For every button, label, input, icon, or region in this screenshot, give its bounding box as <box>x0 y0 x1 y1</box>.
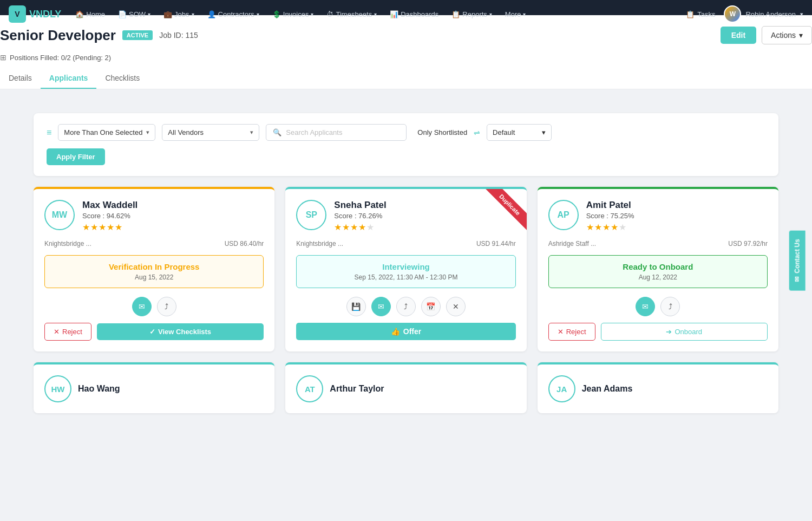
nav-timesheets[interactable]: ⏱ Timesheets ▾ <box>321 7 382 22</box>
nav-home[interactable]: 🏠 Home <box>70 7 110 22</box>
onboard-btn-ap[interactable]: ➔ Onboard <box>601 323 768 341</box>
name-ja: Jean Adams <box>582 384 633 394</box>
page-title: Senior Developer <box>0 27 116 44</box>
avatar-ap: AP <box>548 200 579 230</box>
bottom-card-ja: JA Jean Adams <box>538 362 778 413</box>
status-label-sp: Interviewing <box>305 262 506 271</box>
reports-chevron: ▾ <box>489 11 492 17</box>
filter-icon[interactable]: ≡ <box>47 128 51 138</box>
actions-button[interactable]: Actions ▾ <box>762 26 812 44</box>
candidate-vendor-mw: Knightsbridge ... <box>44 240 91 248</box>
candidate-card-mw: MW Max Waddell Score : 94.62% ★★★★★ Knig… <box>34 187 274 351</box>
job-id: Job ID: 115 <box>159 31 198 40</box>
share-btn-ap[interactable]: ⤴ <box>660 297 680 316</box>
status-date-ap: Aug 12, 2022 <box>558 273 758 281</box>
candidate-vendor-sp: Knightsbridge ... <box>296 240 343 248</box>
close-btn-sp[interactable]: ✕ <box>446 297 466 316</box>
avatar-mw: MW <box>44 200 75 230</box>
timesheets-chevron: ▾ <box>374 11 377 17</box>
nav-more[interactable]: More ▾ <box>500 7 532 22</box>
nav-reports[interactable]: 📋 Reports ▾ <box>446 7 497 22</box>
shortlist-filter[interactable]: Only Shortlisted <box>417 128 467 136</box>
bottom-card-at: AT Arthur Taylor <box>285 362 526 413</box>
candidate-rate-sp: USD 91.44/hr <box>476 240 516 248</box>
positions-text: Positions Filled: 0/2 (Pending: 2) <box>10 54 111 62</box>
candidate-rate-ap: USD 97.92/hr <box>728 240 768 248</box>
sort-icon: ⇌ <box>474 128 480 137</box>
calendar-btn-sp[interactable]: 📅 <box>421 297 441 316</box>
reject-btn-ap[interactable]: ✕ Reject <box>548 323 595 341</box>
candidate-stars-ap: ★★★★★ <box>586 222 768 232</box>
logo-icon: V <box>9 5 26 23</box>
status-box-sp: Interviewing Sep 15, 2022, 11:30 AM - 12… <box>296 255 515 288</box>
reject-x-icon: ✕ <box>54 328 60 336</box>
tab-applicants[interactable]: Applicants <box>41 68 97 89</box>
candidate-name-mw: Max Waddell <box>82 200 264 211</box>
candidates-grid: MW Max Waddell Score : 94.62% ★★★★★ Knig… <box>34 187 778 351</box>
candidate-name-ap: Amit Patel <box>586 200 768 211</box>
email-btn-mw[interactable]: ✉ <box>132 297 152 316</box>
tab-details[interactable]: Details <box>0 68 41 89</box>
sort-chevron: ▾ <box>542 128 546 136</box>
avatar-ja: JA <box>548 375 575 402</box>
contact-us-tab[interactable]: ✉ Contact Us <box>789 230 805 290</box>
sort-filter[interactable]: Default ▾ <box>487 124 552 141</box>
candidate-stars-mw: ★★★★★ <box>82 222 264 232</box>
candidate-card-ap: AP Amit Patel Score : 75.25% ★★★★★ Ashri… <box>538 187 778 351</box>
vendor-filter[interactable]: All Vendors ▾ <box>162 124 259 141</box>
view-checklists-btn-mw[interactable]: ✓ View Checklists <box>97 323 264 340</box>
tab-checklists[interactable]: Checklists <box>96 68 148 89</box>
nav-contractors[interactable]: 👤 Contractors ▾ <box>202 7 265 22</box>
email-btn-ap[interactable]: ✉ <box>636 297 655 316</box>
search-icon: 🔍 <box>273 128 281 136</box>
nav-dashboards[interactable]: 📊 Dashboards <box>384 7 444 22</box>
user-chevron: ▾ <box>800 11 803 18</box>
positions-icon: ⊞ <box>0 53 6 62</box>
user-menu[interactable]: W Robin Anderson ▾ <box>724 5 803 23</box>
tasks-icon: 📋 <box>686 10 695 18</box>
timesheets-icon: ⏱ <box>326 10 333 18</box>
search-input[interactable]: 🔍 Search Applicants <box>266 124 407 141</box>
home-icon: 🏠 <box>75 10 84 18</box>
thumbsup-icon: 👍 <box>391 327 400 336</box>
filter-bar: ≡ More Than One Selected ▾ All Vendors ▾… <box>34 113 778 176</box>
selection-filter[interactable]: More Than One Selected ▾ <box>58 124 155 141</box>
user-avatar: W <box>724 5 741 23</box>
status-label-ap: Ready to Onboard <box>558 262 758 271</box>
name-hw: Hao Wang <box>78 384 120 394</box>
email-btn-sp[interactable]: ✉ <box>371 297 391 316</box>
page-header: Senior Developer ACTIVE Job ID: 115 Edit… <box>0 15 812 89</box>
jobs-icon: 💼 <box>163 10 172 18</box>
avatar-at: AT <box>296 375 323 402</box>
save-btn-sp[interactable]: 💾 <box>346 297 366 316</box>
check-icon: ✓ <box>149 328 155 336</box>
logo-text: VNDLY <box>29 9 61 20</box>
apply-filter-button[interactable]: Apply Filter <box>47 148 105 165</box>
status-box-ap: Ready to Onboard Aug 12, 2022 <box>548 255 768 288</box>
status-date-sp: Sep 15, 2022, 11:30 AM - 12:30 PM <box>305 273 506 281</box>
bottom-cards: HW Hao Wang AT Arthur Taylor JA Jean Ada… <box>34 362 778 413</box>
contact-envelope-icon: ✉ <box>793 277 801 282</box>
nav-invoices[interactable]: 💲 Invoices ▾ <box>267 7 319 22</box>
sow-icon: 📄 <box>118 10 127 18</box>
share-btn-mw[interactable]: ⤴ <box>157 297 176 316</box>
reject-x-icon-ap: ✕ <box>558 328 564 336</box>
nav-sow[interactable]: 📄 SOW ▾ <box>113 7 156 22</box>
selection-chevron: ▾ <box>146 129 149 136</box>
share-btn-sp[interactable]: ⤴ <box>396 297 416 316</box>
reports-icon: 📋 <box>451 10 460 18</box>
nav-jobs[interactable]: 💼 Jobs ▾ <box>158 7 199 22</box>
candidate-stars-sp: ★★★★★ <box>334 222 515 232</box>
avatar-sp: SP <box>296 200 326 230</box>
tasks-button[interactable]: 📋 Tasks <box>686 10 715 18</box>
arrow-right-icon: ➔ <box>666 328 672 336</box>
sow-chevron: ▾ <box>148 11 150 17</box>
dashboards-icon: 📊 <box>390 10 398 18</box>
candidate-rate-mw: USD 86.40/hr <box>225 240 264 248</box>
offer-btn-sp[interactable]: 👍 Offer <box>296 323 515 340</box>
tabs: Details Applicants Checklists <box>0 68 812 89</box>
status-label-mw: Verification In Progress <box>54 262 254 271</box>
reject-btn-mw[interactable]: ✕ Reject <box>44 323 91 341</box>
edit-button[interactable]: Edit <box>721 27 756 44</box>
nav-logo[interactable]: V VNDLY <box>9 5 61 23</box>
